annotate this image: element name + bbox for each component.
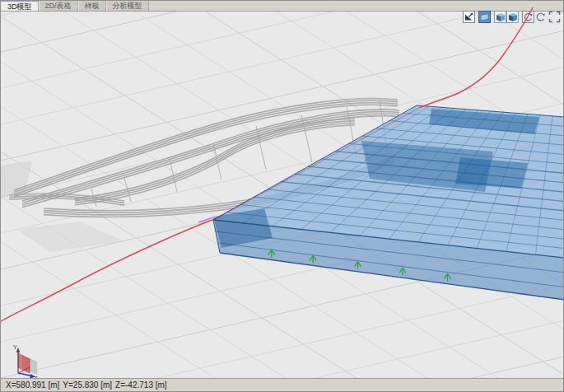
zoom-extents-icon[interactable] bbox=[548, 11, 561, 23]
iso-view-light-icon[interactable] bbox=[494, 11, 506, 23]
app-window: Y Z 3D模型 2D/表格 样板 分析模型 bbox=[0, 0, 564, 392]
fit-view-icon[interactable] bbox=[463, 11, 475, 23]
rotate-box-icon[interactable] bbox=[522, 11, 534, 23]
orbit-icon[interactable] bbox=[534, 11, 547, 23]
tab-2d-tables[interactable]: 2D/表格 bbox=[39, 1, 78, 11]
coordinate-z: Z=-42.713 [m] bbox=[115, 379, 167, 391]
coordinate-y: Y=25.830 [m] bbox=[63, 379, 112, 391]
view-toolbar bbox=[463, 11, 561, 23]
status-bar: X=580.991 [m] Y=25.830 [m] Z=-42.713 [m] bbox=[1, 378, 563, 391]
tab-template[interactable]: 样板 bbox=[78, 1, 106, 11]
y-axis-label: Y bbox=[13, 344, 17, 350]
tab-3d-model[interactable]: 3D模型 bbox=[1, 1, 39, 11]
iso-view-dark-icon[interactable] bbox=[506, 11, 519, 23]
top-view-icon[interactable] bbox=[478, 11, 491, 23]
tab-analysis-model[interactable]: 分析模型 bbox=[106, 1, 149, 11]
viewport-3d[interactable]: Y Z bbox=[1, 1, 564, 392]
coordinate-x: X=580.991 [m] bbox=[6, 379, 59, 391]
